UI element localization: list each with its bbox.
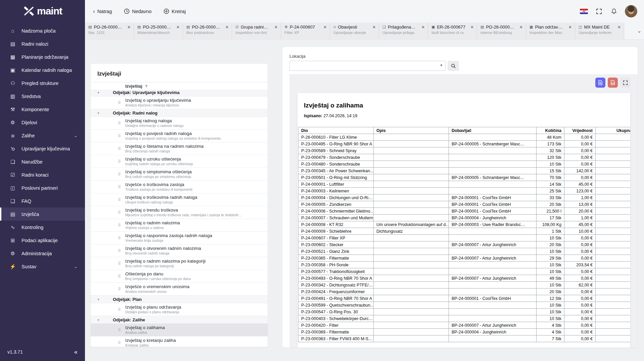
- report-list-item[interactable]: ⠿Izvješće o troškovima zastojaTroškovi z…: [91, 181, 268, 193]
- drag-handle-icon[interactable]: ⠿: [118, 146, 125, 151]
- close-icon[interactable]: ✕: [322, 25, 327, 30]
- report-list-item[interactable]: ⠿Izvještaj o upravljanju ključevimaAnali…: [91, 96, 268, 109]
- back-button[interactable]: ‹ Natrag: [93, 8, 112, 14]
- report-list-item[interactable]: ⠿Izvještaj o štetama na radnim nalozimaB…: [91, 142, 268, 155]
- sidebar-item-komponente[interactable]: ⚒Komponente: [0, 103, 85, 116]
- create-button[interactable]: Kreiraj: [164, 8, 186, 14]
- close-icon[interactable]: ✕: [273, 25, 278, 30]
- report-section-header[interactable]: ▾Odjeljak: Plan: [91, 296, 268, 303]
- sidebar-item-izvjesca[interactable]: ▤Izvješća: [0, 208, 85, 221]
- tab-3[interactable]: ▤PO-26-0000…✕Bez podnaslova: [183, 22, 232, 39]
- sidebar-item-kalendar-radnih-naloga[interactable]: ▣Kalendar radnih naloga: [0, 63, 85, 77]
- recent-button[interactable]: Nedavno: [124, 8, 151, 14]
- export-pdf-button[interactable]: PDF: [608, 78, 618, 88]
- drag-handle-icon[interactable]: ⠿: [118, 159, 125, 164]
- drag-handle-icon[interactable]: ⠿: [118, 223, 125, 228]
- tab-5[interactable]: ⚙P-24-000607✕Filter XP: [281, 22, 330, 39]
- report-list-item[interactable]: ⠿Izvještaj radnog nalogaDetaljne informa…: [91, 117, 268, 130]
- report-list-item[interactable]: ⠿Izvještaj o planu održavanjaDetaljni po…: [91, 303, 268, 316]
- section-collapse-icon[interactable]: ▾: [91, 91, 106, 94]
- reports-column-header[interactable]: Izvještaj: [91, 82, 268, 90]
- drag-handle-icon[interactable]: ⠿: [118, 210, 125, 215]
- sidebar-item-pregled-strukture[interactable]: ⚇Pregled strukture: [0, 77, 85, 90]
- report-list-item[interactable]: ⠿Izvještaj o trendu troškovaMjesečni izv…: [91, 206, 268, 219]
- drag-handle-icon[interactable]: ⠿: [118, 197, 125, 202]
- report-section-header[interactable]: ▾Odjeljak: Zalihe: [91, 316, 268, 324]
- sidebar-item-poslovni-partneri[interactable]: ◫Poslovni partneri: [0, 181, 85, 194]
- sidebar-item-sustav[interactable]: ⚡Sustav⌄: [0, 260, 85, 273]
- report-list-item[interactable]: ⠿Izvještaj o kretanju zalihaKretanje zal…: [91, 336, 268, 347]
- close-icon[interactable]: ✕: [175, 25, 180, 30]
- drag-handle-icon[interactable]: ⠿: [118, 121, 125, 126]
- drag-handle-icon[interactable]: ⠿: [118, 328, 125, 332]
- tab-10[interactable]: ▦Plan održav…✕Inspektion der Mas: [526, 22, 575, 39]
- drag-handle-icon[interactable]: ⠿: [118, 236, 125, 240]
- sidebar-collapse-icon[interactable]: «: [74, 349, 78, 356]
- tab-2[interactable]: ▤PO-25-0000…✕Materialnachbesch: [134, 22, 183, 39]
- sidebar-item-radni-nalozi[interactable]: ▤Radni nalozi: [0, 37, 85, 50]
- report-list-item[interactable]: ⠿Izvještaj o otvorenim radnim nalozimaBr…: [91, 244, 268, 257]
- report-list-item[interactable]: ⠿Izvješće o vremenskim unosimaAnaliza vr…: [91, 283, 268, 296]
- sidebar-item-podaci-aplikacije[interactable]: ⊞Podaci aplikacije: [0, 234, 85, 247]
- close-icon[interactable]: ✕: [420, 25, 425, 30]
- tab-6[interactable]: ⍾Obavijesti✕Upravljanje obavije: [330, 22, 379, 39]
- drag-handle-icon[interactable]: ⠿: [118, 100, 125, 105]
- close-icon[interactable]: ✕: [567, 25, 572, 30]
- report-list-item[interactable]: ⠿Izvještaj o uzroku oštećenjaIzvještaj r…: [91, 155, 268, 168]
- drag-handle-icon[interactable]: ⠿: [118, 287, 125, 291]
- sidebar-item-narudzbe[interactable]: ❏Narudžbe: [0, 155, 85, 168]
- tab-7[interactable]: ❏Prilagođena…✕Upravljanje prilago: [379, 22, 428, 39]
- tab-11[interactable]: ◫MX Maint DE✕Upravljanje tvrtkom: [575, 22, 624, 39]
- report-list-item[interactable]: ⠿Izvještaj o rasponima zastoja radnih na…: [91, 232, 268, 244]
- drag-handle-icon[interactable]: ⠿: [118, 307, 125, 312]
- report-section-header[interactable]: ▾Odjeljak: Radni nalog: [91, 109, 268, 117]
- close-icon[interactable]: ✕: [126, 25, 131, 30]
- report-list-item[interactable]: ⠿Izvještaj o radnim nalozima po kategori…: [91, 257, 268, 270]
- sidebar-item-nadzorna-ploca[interactable]: ⌂Nadzorna ploča: [0, 24, 85, 37]
- drag-handle-icon[interactable]: ⠿: [118, 261, 125, 266]
- language-flag-croatia[interactable]: [580, 9, 588, 14]
- sidebar-item-sredstva[interactable]: ▥Sredstva: [0, 90, 85, 103]
- drag-handle-icon[interactable]: ⠿: [118, 341, 125, 345]
- viewer-fullscreen-button[interactable]: [620, 78, 630, 88]
- sidebar-item-radni-koraci[interactable]: ☑Radni koraci: [0, 168, 85, 181]
- sidebar-item-dijelovi[interactable]: ⚙Dijelovi: [0, 116, 85, 129]
- report-list-item[interactable]: ⠿Izvještaj o povijesti radnih nalogaIzvj…: [91, 130, 268, 142]
- sidebar-item-kontroling[interactable]: ∿Kontroling: [0, 221, 85, 234]
- section-collapse-icon[interactable]: ▾: [91, 318, 106, 322]
- close-icon[interactable]: ✕: [518, 25, 523, 30]
- report-list-item[interactable]: ⠿Izvještaj o troškovima radnih nalogaUku…: [91, 193, 268, 206]
- drag-handle-icon[interactable]: ⠿: [118, 172, 125, 177]
- sidebar-item-zalihe[interactable]: ⧈Zalihe⌄: [0, 129, 85, 142]
- close-icon[interactable]: ✕: [224, 25, 229, 30]
- drag-handle-icon[interactable]: ⠿: [118, 185, 125, 189]
- sidebar-item-upravljanje-kljucevima[interactable]: ⚲Upravljanje ključevima: [0, 142, 85, 155]
- drag-handle-icon[interactable]: ⠿: [118, 249, 125, 253]
- preview-report-button[interactable]: [595, 78, 605, 88]
- close-icon[interactable]: ✕: [469, 25, 474, 30]
- fullscreen-button[interactable]: [595, 8, 603, 15]
- tab-9[interactable]: ▤PO-26-0000…✕interne BEstellung: [477, 22, 526, 39]
- close-icon[interactable]: ✕: [371, 25, 376, 30]
- drag-handle-icon[interactable]: ⠿: [118, 274, 125, 279]
- user-avatar[interactable]: [625, 5, 637, 17]
- sidebar-item-planiranje-odrzavanja[interactable]: ▦Planiranje održavanja: [0, 50, 85, 63]
- report-list-item[interactable]: ⠿Izvještaj o zalihamaAnaliza zaliha: [91, 324, 268, 336]
- section-collapse-icon[interactable]: ▾: [91, 111, 106, 115]
- drag-handle-icon[interactable]: ⠿: [118, 134, 125, 138]
- tabs-overflow-button[interactable]: ⌄: [635, 22, 644, 39]
- location-search-button[interactable]: [448, 61, 459, 71]
- report-list-item[interactable]: ⠿Izvještaj o radnim nalozimaVrijeme zast…: [91, 219, 268, 232]
- report-list-item[interactable]: ⠿Oštećenja po danuBroj simptoma i uzroka…: [91, 270, 268, 283]
- filter-funnel-icon[interactable]: [144, 84, 148, 88]
- report-list-item[interactable]: ⠿Izvještaj o simptomima oštećenjaBroj ra…: [91, 168, 268, 181]
- tab-1[interactable]: ▤PO-26-0000…✕Nar. 1101: [85, 22, 134, 39]
- notifications-button[interactable]: [610, 8, 617, 15]
- location-select[interactable]: ▾: [289, 61, 446, 71]
- sidebar-item-faq[interactable]: ❑FAQ: [0, 194, 85, 208]
- close-icon[interactable]: ✕: [616, 25, 621, 30]
- tab-8[interactable]: ▣ER-26-000677✕läuft bisschen öl ra: [428, 22, 477, 39]
- sidebar-item-administracija[interactable]: ⚙Administracija: [0, 247, 85, 260]
- section-collapse-icon[interactable]: ▾: [91, 298, 106, 301]
- tab-4[interactable]: ☑Grupa radni…✕Inspektion von Anl: [232, 22, 281, 39]
